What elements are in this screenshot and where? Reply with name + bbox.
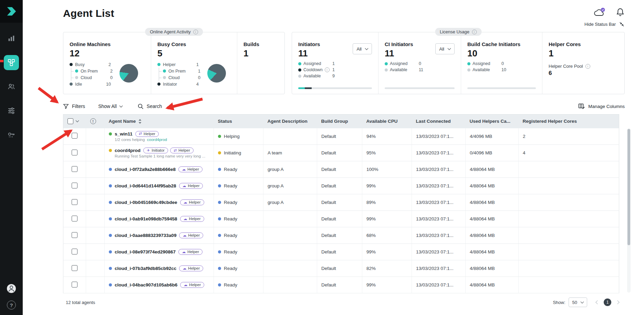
sort-arrows-icon[interactable] <box>138 119 142 124</box>
hide-status-bar-button[interactable]: Hide Status Bar <box>584 21 625 27</box>
agent-name-cell[interactable]: coord4prod ✈Initiator⇄Helper Running Tes… <box>105 145 214 161</box>
table-row[interactable]: cloud_i-0f72a9a2e88b666e8 ☁Helper Ready … <box>63 161 619 178</box>
agent-name-cell[interactable]: cloud_i-0ab91e098db759458 ☁Helper <box>105 211 214 227</box>
notifications-bell-icon[interactable] <box>616 8 625 17</box>
status-label: Ready <box>224 200 237 205</box>
info-icon[interactable] <box>193 30 198 34</box>
agent-name[interactable]: cloud_i-0f72a9a2e88b666e8 <box>115 167 176 172</box>
agent-name-cell[interactable]: s_win11 ⇄Helper 1/2 cores helping coord4… <box>105 128 214 145</box>
column-header-status[interactable]: Status <box>214 115 263 128</box>
agent-name-cell[interactable]: cloud_i-0f72a9a2e88b666e8 ☁Helper <box>105 161 214 178</box>
filters-button[interactable]: Filters <box>63 104 85 109</box>
status-dot <box>218 201 221 204</box>
table-row[interactable]: cloud_i-0d6441d144f95ab28 ☁Helper Ready … <box>63 178 619 194</box>
select-all-checkbox[interactable] <box>67 118 73 124</box>
initiators-filter-dropdown[interactable]: All <box>353 43 372 54</box>
current-page-badge[interactable]: 1 <box>604 298 611 306</box>
row-checkbox[interactable] <box>72 265 77 271</box>
row-checkbox[interactable] <box>72 183 77 188</box>
agent-name[interactable]: cloud_i-0aae8883239733a09 <box>115 233 176 238</box>
page-size-dropdown[interactable]: 50 <box>569 297 587 307</box>
row-checkbox[interactable] <box>72 166 77 172</box>
legend-item: Assigned0 <box>385 61 455 67</box>
helper-dot <box>157 63 160 66</box>
table-row[interactable]: cloud_i-0aae8883239733a09 ☁Helper Ready … <box>63 227 619 244</box>
row-checkbox[interactable] <box>72 249 77 254</box>
status-cell: Helping <box>214 128 263 145</box>
agent-name[interactable]: cloud_i-0b0451669c49cbdee <box>115 200 177 205</box>
app-logo[interactable] <box>0 0 23 23</box>
vertical-scrollbar[interactable] <box>627 128 631 293</box>
ci-initiators-usage-bar <box>385 87 455 89</box>
table-row[interactable]: coord4prod ✈Initiator⇄Helper Running Tes… <box>63 145 619 161</box>
scrollbar-thumb[interactable] <box>627 129 630 245</box>
agent-badges: ☁Helper <box>180 199 204 205</box>
column-header-last-connected[interactable]: Last Connected <box>412 115 466 128</box>
next-page-icon[interactable] <box>615 300 619 304</box>
column-header-build-group[interactable]: Build Group <box>317 115 362 128</box>
sidebar-item-users[interactable] <box>7 82 16 91</box>
column-header-cpu[interactable]: Available CPU <box>362 115 412 128</box>
status-cell: Ready <box>214 244 263 260</box>
agent-name[interactable]: cloud_i-07b3af9db85cb92cc <box>115 266 176 271</box>
ci-initiators-filter-dropdown[interactable]: All <box>435 43 455 54</box>
agent-badges: ☁Helper <box>179 183 203 189</box>
agent-name[interactable]: cloud_i-0ab91e098db759458 <box>115 216 177 221</box>
builds-value: 1 <box>243 48 278 59</box>
agent-name-cell[interactable]: cloud_i-04bac907d105ab6b6 ☁Helper <box>105 277 214 293</box>
agent-name[interactable]: cloud_i-0d6441d144f95ab28 <box>115 183 176 188</box>
table-row[interactable]: cloud_i-07b3af9db85cb92cc ☁Helper Ready … <box>63 260 619 277</box>
build-group-cell: Default <box>317 194 362 211</box>
table-row[interactable]: cloud_i-0ab91e098db759458 ☁Helper Ready … <box>63 211 619 227</box>
sidebar-item-license[interactable] <box>7 130 16 140</box>
manage-columns-button[interactable]: Manage Columns <box>578 103 625 109</box>
info-icon[interactable] <box>472 30 477 34</box>
table-row[interactable]: s_win11 ⇄Helper 1/2 cores helping coord4… <box>63 128 619 145</box>
agent-name-cell[interactable]: cloud_i-0b0451669c49cbdee ☁Helper <box>105 194 214 211</box>
column-header-description[interactable]: Agent Description <box>263 115 317 128</box>
agent-name-cell[interactable]: cloud_i-08e973f74ed290867 ☁Helper <box>105 244 214 260</box>
account-avatar[interactable] <box>6 283 17 294</box>
column-header-used-helpers[interactable]: Used Helpers Ca... <box>466 115 519 128</box>
agent-name[interactable]: cloud_i-08e973f74ed290867 <box>115 249 176 254</box>
sidebar-nav <box>4 34 19 140</box>
info-icon[interactable] <box>325 67 330 72</box>
show-all-dropdown[interactable]: Show All <box>98 104 122 109</box>
row-checkbox[interactable] <box>72 216 77 221</box>
row-checkbox[interactable] <box>72 232 77 238</box>
build-cache-usage-bar <box>467 87 536 89</box>
agent-name[interactable]: cloud_i-04bac907d105ab6b6 <box>115 282 177 287</box>
info-icon[interactable] <box>585 64 590 69</box>
alerts-column-icon[interactable] <box>90 118 96 124</box>
agent-name-cell[interactable]: cloud_i-0d6441d144f95ab28 ☁Helper <box>105 178 214 194</box>
agent-name[interactable]: coord4prod <box>115 148 141 153</box>
select-menu-chevron-icon[interactable] <box>76 119 79 122</box>
helper-badge: ☁Helper <box>179 265 203 271</box>
row-checkbox[interactable] <box>72 150 77 155</box>
helper-cloud-icon: ☁ <box>184 217 187 221</box>
agent-name-cell[interactable]: cloud_i-07b3af9db85cb92cc ☁Helper <box>105 260 214 277</box>
column-header-reg-cores[interactable]: Registered Helper Cores <box>519 115 619 128</box>
table-row[interactable]: cloud_i-04bac907d105ab6b6 ☁Helper Ready … <box>63 277 619 293</box>
status-dot <box>218 184 221 187</box>
row-checkbox[interactable] <box>72 133 77 139</box>
agent-name[interactable]: s_win11 <box>115 131 133 137</box>
row-checkbox[interactable] <box>72 199 77 205</box>
initiator-plane-icon: ✈ <box>147 149 150 152</box>
search-button[interactable]: Search <box>137 103 162 109</box>
sidebar-item-agents[interactable] <box>4 55 19 70</box>
prev-page-icon[interactable] <box>595 300 599 304</box>
table-row[interactable]: cloud_i-0b0451669c49cbdee ☁Helper Ready … <box>63 194 619 211</box>
table-row[interactable]: cloud_i-08e973f74ed290867 ☁Helper Ready … <box>63 244 619 260</box>
subtitle-link[interactable]: coord4prod <box>147 138 167 142</box>
column-header-agent-name[interactable]: Agent Name <box>105 115 214 128</box>
sidebar-item-settings[interactable] <box>7 106 16 116</box>
help-icon[interactable] <box>7 301 16 309</box>
cloud-status-icon[interactable] <box>593 8 605 17</box>
ci-initiators-section: CI Initiators 11 All Assigned0 Available… <box>378 32 461 94</box>
search-label: Search <box>147 104 162 109</box>
sidebar-item-dashboard[interactable] <box>7 34 16 43</box>
row-checkbox[interactable] <box>72 282 77 287</box>
agent-name-cell[interactable]: cloud_i-0aae8883239733a09 ☁Helper <box>105 227 214 244</box>
last-connected-cell: 13/03/2023 07:1... <box>412 128 466 145</box>
